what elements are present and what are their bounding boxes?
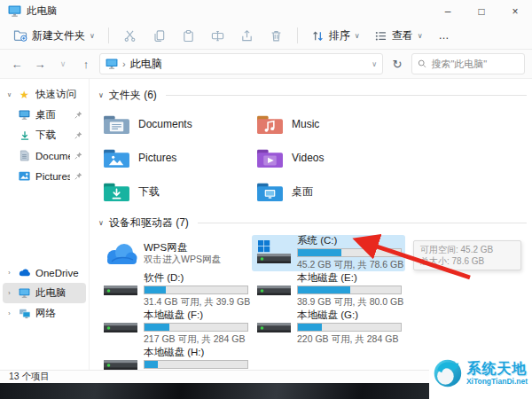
drive-capacity: 31.4 GB 可用, 共 39.9 GB — [144, 296, 247, 309]
sort-button[interactable]: 排序 ∨ — [305, 25, 366, 47]
up-button[interactable]: ↑ — [76, 54, 96, 74]
drive-tooltip: 可用空间: 45.2 GB 总大小: 78.6 GB — [413, 240, 521, 270]
capacity-bar — [144, 360, 248, 369]
onedrive-cloud-icon — [18, 267, 31, 279]
sidebar-item-this-pc[interactable]: › 此电脑 — [3, 283, 86, 303]
drive-item-c[interactable]: 系统 (C:) 45.2 GB 可用, 共 78.6 GB — [252, 235, 405, 271]
navigation-pane: ∨ ★ 快速访问 桌面 — [0, 79, 90, 370]
document-icon — [18, 150, 31, 162]
more-options-button[interactable]: … — [431, 26, 458, 45]
drive-item-d[interactable]: 软件 (D:) 31.4 GB 可用, 共 39.9 GB — [98, 272, 252, 309]
maximize-button[interactable]: □ — [465, 0, 498, 22]
watermark: 系统天地 XiTongTianDi.net — [429, 348, 532, 399]
crumb-this-pc[interactable]: 此电脑 — [130, 57, 162, 72]
sidebar-item-label: 此电脑 — [35, 286, 66, 300]
breadcrumb[interactable]: › 此电脑 ∨ — [99, 53, 383, 74]
folder-item-desktop[interactable]: 桌面 — [252, 175, 405, 208]
folder-item-videos[interactable]: Videos — [252, 141, 405, 175]
this-pc-icon — [18, 287, 31, 300]
minimize-button[interactable]: – — [431, 0, 465, 22]
sidebar-item-documents[interactable]: Documents — [3, 145, 86, 166]
folder-item-music[interactable]: Music — [252, 107, 405, 141]
sidebar-item-desktop[interactable]: 桌面 — [3, 105, 86, 125]
close-button[interactable]: × — [498, 0, 532, 22]
devices-section-header[interactable]: ∨ 设备和驱动器 (7) — [98, 215, 527, 230]
paste-button[interactable] — [175, 26, 202, 46]
collapse-chevron-icon[interactable]: › — [5, 270, 13, 276]
chevron-down-icon: ∨ — [355, 32, 360, 40]
delete-button[interactable] — [262, 26, 290, 46]
hard-drive-icon — [103, 315, 138, 341]
folder-item-downloads[interactable]: 下载 — [98, 175, 252, 208]
drive-name: 本地磁盘 (F:) — [144, 309, 247, 321]
capacity-bar — [297, 323, 402, 332]
drive-name: 软件 (D:) — [144, 272, 247, 284]
sidebar-item-onedrive[interactable]: › OneDrive — [3, 262, 86, 283]
folder-name: Pictures — [138, 152, 176, 164]
new-folder-label: 新建文件夹 — [32, 28, 85, 43]
pin-icon — [74, 109, 82, 121]
downloads-icon — [18, 129, 31, 142]
sidebar-item-quick-access[interactable]: ∨ ★ 快速访问 — [3, 84, 86, 105]
address-dropdown-icon[interactable]: ∨ — [372, 60, 377, 68]
delete-icon — [270, 29, 283, 43]
sort-icon — [311, 29, 325, 43]
forward-button[interactable]: → — [30, 54, 50, 74]
rename-button[interactable] — [204, 26, 231, 46]
drive-item-e[interactable]: 本地磁盘 (E:) 38.9 GB 可用, 共 80.0 GB — [252, 272, 405, 309]
window-controls: – □ × — [431, 0, 532, 22]
command-bar: 新建文件夹 ∨ — [0, 22, 532, 50]
pin-icon — [74, 129, 82, 142]
search-box[interactable] — [411, 53, 525, 74]
collapse-chevron-icon[interactable]: › — [5, 310, 13, 317]
history-chevron-button[interactable]: ∨ — [53, 54, 73, 74]
search-input[interactable] — [431, 59, 519, 69]
capacity-bar-fill — [298, 286, 350, 293]
copy-icon — [153, 29, 166, 43]
sort-label: 排序 — [329, 28, 350, 43]
capacity-bar-fill — [298, 324, 322, 331]
share-button[interactable] — [233, 26, 261, 46]
folders-section-header[interactable]: ∨ 文件夹 (6) — [98, 88, 527, 102]
collapse-chevron-icon[interactable]: › — [5, 290, 13, 296]
sidebar-item-pictures[interactable]: Pictures — [3, 166, 86, 186]
drive-item-f[interactable]: 本地磁盘 (F:) 217 GB 可用, 共 284 GB — [98, 309, 252, 346]
hard-drive-icon — [256, 315, 292, 341]
item-count: 13 个项目 — [9, 371, 50, 383]
expand-chevron-icon[interactable]: ∨ — [5, 91, 13, 98]
explorer-body: ∨ ★ 快速访问 桌面 — [0, 79, 532, 370]
tooltip-total-size: 总大小: 78.6 GB — [420, 255, 514, 267]
folder-name: Videos — [292, 152, 324, 164]
sidebar-item-label: 快速访问 — [35, 88, 76, 101]
drive-capacity: 217 GB 可用, 共 284 GB — [144, 333, 247, 346]
refresh-button[interactable]: ↻ — [387, 54, 408, 74]
drive-item-wps[interactable]: WPS网盘 双击进入WPS网盘 — [98, 235, 252, 271]
file-list-pane: ∨ 文件夹 (6) Documents — [90, 79, 532, 370]
toolbar-divider — [297, 27, 298, 43]
capacity-bar — [144, 286, 248, 294]
drive-item-h[interactable]: 本地磁盘 (H:) 245 GB 可用, 共 283 GB — [98, 347, 252, 370]
sidebar-item-label: Pictures — [35, 171, 70, 182]
paste-icon — [182, 29, 195, 43]
cut-button[interactable] — [116, 26, 144, 46]
share-icon — [240, 29, 254, 43]
address-bar: ← → ∨ ↑ › 此电脑 ∨ ↻ — [0, 50, 532, 79]
sidebar-item-network[interactable]: › 网络 — [3, 303, 86, 324]
rename-icon — [211, 29, 224, 43]
documents-folder-icon — [102, 113, 131, 137]
folders-grid: Documents Music — [98, 107, 527, 208]
copy-button[interactable] — [145, 26, 173, 46]
view-button[interactable]: 查看 ∨ — [368, 25, 429, 47]
drive-item-g[interactable]: 本地磁盘 (G:) 220 GB 可用, 共 284 GB — [252, 309, 405, 346]
sidebar-spacer — [0, 186, 89, 262]
collapse-chevron-icon: ∨ — [98, 91, 104, 99]
drive-capacity: 45.2 GB 可用, 共 78.6 GB — [297, 259, 401, 271]
wps-cloud-icon — [103, 240, 138, 267]
folder-name: Documents — [138, 118, 192, 130]
capacity-bar — [297, 248, 402, 257]
sidebar-item-downloads[interactable]: 下载 — [3, 125, 86, 145]
folder-item-pictures[interactable]: Pictures — [98, 141, 252, 175]
new-folder-button[interactable]: 新建文件夹 ∨ — [7, 25, 101, 47]
folder-item-documents[interactable]: Documents — [98, 107, 252, 141]
back-button[interactable]: ← — [7, 54, 27, 74]
